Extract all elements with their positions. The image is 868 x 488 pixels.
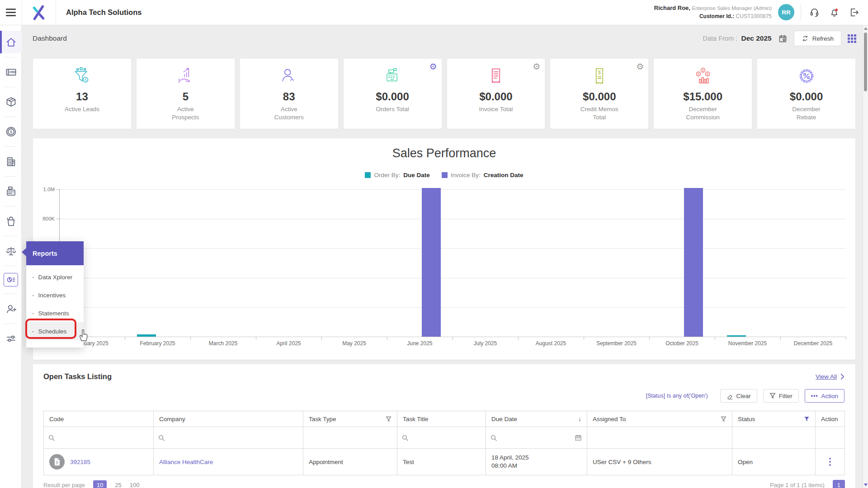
y-gridline (59, 278, 846, 278)
page-size-25[interactable]: 25 (115, 482, 121, 488)
due-date-search-input[interactable] (500, 434, 571, 441)
kpi-card-december-commission[interactable]: $$$ $15.000 December Commission (654, 59, 752, 129)
row-actions-kebab-icon[interactable] (821, 458, 839, 466)
calendar-icon[interactable] (574, 434, 582, 442)
logout-icon[interactable] (847, 5, 861, 19)
sidebar-item-preferences[interactable] (0, 327, 22, 350)
kpi-card-invoice-total[interactable]: ⚙ $0.000 Invoice Total (447, 59, 545, 129)
menu-item-incentives[interactable]: -Incentives (26, 286, 84, 304)
clear-button[interactable]: Clear (720, 389, 757, 403)
kpi-card-orders-total[interactable]: ⚙ $0.000 Orders Total (344, 59, 442, 129)
company-link[interactable]: Alliance HealthCare (159, 459, 213, 465)
calendar-picker-icon[interactable] (778, 34, 788, 43)
support-headset-icon[interactable] (807, 5, 821, 19)
refresh-button[interactable]: Refresh (794, 31, 841, 46)
sidebar-item-reports[interactable] (0, 268, 22, 291)
top-header: Alpha Tech Solutions Richard Roe, Enterp… (0, 0, 868, 25)
legend-invoice-by[interactable]: Invoice By: Creation Date (442, 172, 524, 178)
result-per-page-label: Result per page (43, 482, 85, 488)
credit-memo-icon: $ (590, 66, 609, 88)
scrollbar-thumb[interactable] (864, 33, 867, 91)
current-page-button[interactable]: 1 (833, 480, 845, 488)
notifications-bell-icon[interactable] (827, 5, 841, 19)
invoice-settings-gear-icon[interactable]: ⚙ (533, 62, 540, 71)
kpi-card-december-rebate[interactable]: $0.000 December Rebate (757, 59, 855, 129)
action-button[interactable]: ••• Action (805, 389, 844, 403)
task-type-cell: Appointment (303, 449, 397, 475)
column-header-task-type[interactable]: Task Type (303, 411, 397, 427)
commission-coins-icon: $$$ (693, 66, 713, 88)
x-axis-month-label: April 2025 (256, 340, 321, 347)
sidebar-item-purchases[interactable] (0, 210, 22, 232)
scroll-up-arrow[interactable] (864, 27, 868, 30)
y-axis-tick-label: 1.0M (43, 187, 55, 192)
x-axis-tick (453, 337, 453, 340)
orders-register-icon (5, 185, 17, 197)
page-summary: Page 1 of 1 (1 items) (770, 482, 825, 488)
chevron-right-icon (840, 374, 844, 380)
status-filter-cell[interactable] (732, 427, 816, 449)
page-size-10[interactable]: 10 (93, 480, 107, 488)
svg-text:$: $ (698, 72, 699, 75)
page-size-100[interactable]: 100 (130, 482, 140, 488)
legend-order-by[interactable]: Order By: Due Date (365, 172, 429, 178)
vertical-scrollbar[interactable] (863, 25, 868, 488)
sidebar-item-company[interactable] (0, 150, 22, 173)
orders-settings-gear-icon[interactable]: ⚙ (429, 62, 437, 71)
refresh-label: Refresh (812, 35, 834, 42)
task-table-row[interactable]: 392185 Alliance HealthCare Appointment T… (44, 449, 845, 475)
x-axis-month-label: May 2025 (321, 340, 387, 347)
column-header-status[interactable]: Status (732, 411, 816, 427)
credit-memos-settings-gear-icon[interactable]: ⚙ (636, 62, 644, 71)
home-icon (5, 36, 17, 48)
table-search-row (44, 427, 845, 449)
sidebar-item-products[interactable] (0, 90, 22, 113)
sidebar-item-home[interactable] (0, 31, 22, 53)
filter-button[interactable]: Filter (763, 389, 799, 403)
app-logo[interactable] (22, 0, 56, 25)
avatar[interactable]: RR (778, 4, 794, 20)
filter-funnel-active-icon[interactable] (804, 416, 810, 422)
x-axis-month-label: June 2025 (387, 340, 453, 347)
column-header-company[interactable]: Company (154, 411, 303, 427)
menu-item-data-xplorer[interactable]: -Data Xplorer (26, 268, 84, 286)
assigned-to-filter-cell[interactable] (587, 427, 732, 449)
code-search-input[interactable] (57, 434, 149, 441)
view-all-link[interactable]: View All (816, 373, 844, 380)
prospects-hand-chart-icon (175, 66, 195, 88)
column-header-assigned-to[interactable]: Assigned To (587, 411, 732, 427)
company-search-input[interactable] (167, 434, 298, 441)
filter-funnel-icon[interactable] (386, 416, 392, 422)
kpi-card-active-prospects[interactable]: 5 Active Prospects (137, 59, 235, 129)
menu-icon[interactable] (0, 0, 22, 25)
sidebar-item-add-user[interactable] (0, 297, 22, 320)
x-axis-tick (846, 337, 846, 340)
sidebar-item-debit-credit[interactable]: DC (0, 239, 22, 262)
task-code-link[interactable]: 392185 (70, 459, 90, 465)
y-gridline (59, 307, 846, 308)
scroll-down-arrow[interactable] (864, 483, 868, 486)
sort-descending-icon[interactable]: ↓ (578, 415, 581, 422)
x-axis-tick (125, 337, 125, 340)
action-filter-cell (816, 427, 845, 449)
x-axis-tick (780, 337, 781, 340)
orders-cash-register-icon (382, 66, 402, 88)
tasks-section-title: Open Tasks Listing (43, 372, 112, 381)
column-header-due-date[interactable]: Due Date ↓ (486, 411, 587, 427)
x-axis-line (57, 337, 846, 337)
task-type-filter-cell[interactable] (303, 427, 397, 449)
sidebar-item-orders[interactable] (0, 180, 22, 202)
status-filter-chip[interactable]: [Status] Is any of('Open') (646, 393, 708, 399)
filter-funnel-icon[interactable] (721, 416, 726, 422)
chart-bar-invoice (422, 188, 441, 337)
sidebar-item-pricing[interactable]: $ (0, 120, 22, 143)
column-header-code[interactable]: Code (44, 411, 154, 427)
task-title-search-input[interactable] (411, 434, 481, 441)
data-from-value[interactable]: Dec 2025 (741, 34, 771, 42)
apps-grid-icon[interactable] (848, 34, 856, 43)
sidebar-item-crm[interactable]: CRM (0, 61, 22, 83)
column-header-task-title[interactable]: Task Title (397, 411, 486, 427)
kpi-card-active-leads[interactable]: $ 13 Active Leads (33, 59, 131, 129)
kpi-card-credit-memos[interactable]: ⚙ $ $0.000 Credit Memos Total (550, 59, 648, 129)
kpi-card-active-customers[interactable]: 83 Active Customers (240, 59, 338, 129)
